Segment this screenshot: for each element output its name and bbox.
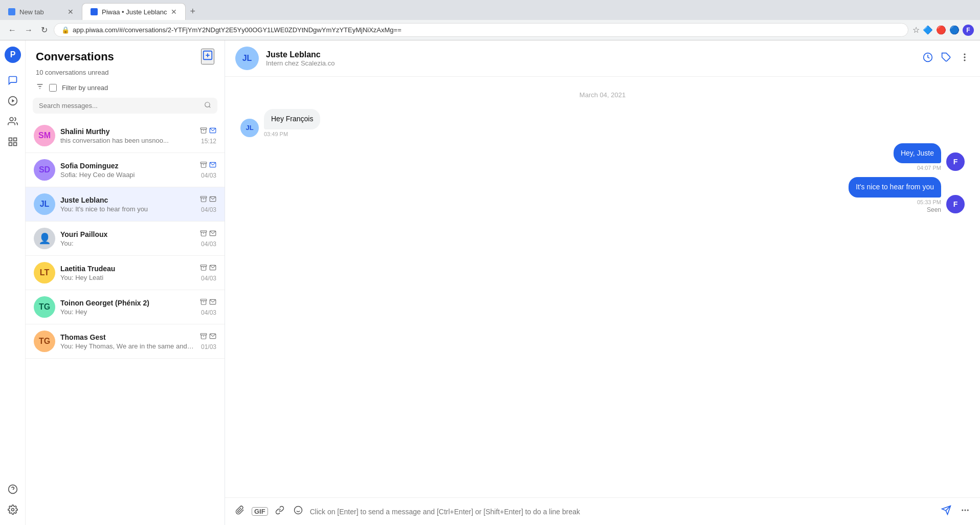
conversation-item-sofia[interactable]: SD Sofia Dominguez Sofia: Hey Ceo de Waa… — [26, 153, 225, 187]
filter-unread-checkbox[interactable] — [49, 84, 57, 92]
message-input[interactable] — [310, 504, 934, 520]
conv-preview: Sofia: Hey Ceo de Waapi — [60, 171, 195, 179]
conv-preview: You: Hey — [60, 308, 195, 316]
msg-bubble-wrap-2: Hey, Juste 04:07 PM — [894, 143, 941, 171]
archive-icon[interactable] — [200, 195, 207, 204]
reload-button[interactable]: ↻ — [39, 23, 50, 37]
conv-preview: You: Hey Thomas, We are in the same and … — [60, 342, 195, 350]
svg-rect-32 — [201, 333, 207, 335]
conv-name: Sofia Dominguez — [60, 162, 195, 170]
nav-icon-users[interactable] — [4, 112, 22, 130]
archive-icon[interactable] — [200, 333, 207, 341]
conversation-item-thomas[interactable]: TG Thomas Gest You: Hey Thomas, We are i… — [26, 324, 225, 359]
lock-icon: 🔒 — [61, 26, 70, 34]
more-icon[interactable] — [960, 52, 970, 65]
url-bar[interactable]: 🔒 app.piwaa.com/#/conversations/2-YTFjYm… — [54, 23, 908, 37]
conv-name: Youri Pailloux — [60, 230, 195, 238]
message-bubble-received: Hey François — [264, 109, 320, 129]
emoji-button[interactable] — [292, 504, 305, 519]
message-bubble-sent-2: It's nice to hear from you — [849, 177, 941, 198]
chat-header-actions — [923, 52, 970, 65]
mail-icon[interactable] — [209, 230, 216, 238]
nav-icon-settings[interactable] — [4, 500, 22, 519]
message-text: Hey, Juste — [901, 149, 934, 157]
tab-piwaa[interactable]: Piwaa • Juste Leblanc ✕ — [82, 3, 186, 20]
tab-favicon — [8, 8, 15, 15]
conv-preview: You: — [60, 239, 195, 247]
tab-close[interactable]: ✕ — [68, 8, 74, 16]
new-tab-button[interactable]: + — [186, 4, 199, 19]
conv-info-laetitia: Laetitia Trudeau You: Hey Leati — [60, 265, 195, 281]
archive-icon[interactable] — [200, 127, 207, 136]
app-logo[interactable]: P — [5, 47, 21, 63]
extension-icon3[interactable]: 🔵 — [949, 25, 960, 35]
conv-meta-toinon: 04/03 — [200, 298, 216, 316]
message-row-sent-2: F It's nice to hear from you 05:33 PM Se… — [240, 177, 965, 213]
archive-icon[interactable] — [200, 230, 207, 238]
conversation-item-toinon[interactable]: TG Toinon Georget (Phénix 2) You: Hey — [26, 290, 225, 324]
filter-label: Filter by unread — [62, 84, 108, 92]
message-text: It's nice to hear from you — [856, 183, 934, 191]
link-button[interactable] — [273, 504, 286, 519]
mail-icon[interactable] — [209, 264, 216, 273]
mail-icon[interactable] — [209, 195, 216, 204]
new-conversation-button[interactable] — [201, 49, 214, 64]
conv-name: Thomas Gest — [60, 333, 195, 341]
tab-new-tab[interactable]: New tab ✕ — [0, 4, 82, 20]
tag-icon[interactable] — [941, 52, 951, 65]
conversation-item-laetitia[interactable]: LT Laetitia Trudeau You: Hey Leati — [26, 256, 225, 290]
svg-rect-8 — [13, 143, 16, 146]
svg-point-39 — [294, 507, 302, 514]
profile-icon[interactable]: F — [963, 25, 974, 36]
mail-icon[interactable] — [209, 127, 216, 136]
message-time: 03:49 PM — [264, 131, 320, 137]
conv-meta-laetitia: 04/03 — [200, 264, 216, 282]
nav-icon-play[interactable] — [4, 92, 22, 110]
mail-icon[interactable] — [209, 298, 216, 307]
conv-time: 04/03 — [201, 172, 216, 179]
message-time: 04:07 PM — [894, 165, 941, 171]
chat-input-actions: GIF — [233, 503, 972, 520]
mail-icon[interactable] — [209, 161, 216, 170]
chat-header: JL Juste Leblanc Intern chez Scalezia.co — [225, 40, 980, 77]
archive-icon[interactable] — [200, 161, 207, 170]
conv-icons — [200, 298, 216, 307]
svg-rect-30 — [201, 299, 207, 300]
browser-chrome: New tab ✕ Piwaa • Juste Leblanc ✕ + ← → … — [0, 0, 980, 40]
filter-icon[interactable] — [36, 82, 44, 93]
search-input[interactable] — [39, 102, 200, 110]
tab-favicon-piwaa — [91, 8, 98, 15]
back-button[interactable]: ← — [6, 24, 18, 37]
send-button[interactable] — [939, 503, 953, 520]
svg-marker-3 — [12, 99, 14, 103]
archive-icon[interactable] — [200, 298, 207, 307]
avatar-juste: JL — [34, 193, 55, 215]
conv-name: Toinon Georget (Phénix 2) — [60, 299, 195, 307]
extension-icon2[interactable]: 🔴 — [936, 25, 946, 35]
svg-point-46 — [962, 510, 963, 511]
attachment-button[interactable] — [233, 504, 247, 519]
clock-icon[interactable] — [923, 52, 933, 65]
more-options-button[interactable] — [959, 504, 972, 519]
conversation-item-youri[interactable]: 👤 Youri Pailloux You: 04/03 — [26, 222, 225, 256]
gif-button[interactable]: GIF — [252, 507, 268, 516]
forward-button[interactable]: → — [23, 24, 35, 37]
archive-icon[interactable] — [200, 264, 207, 273]
left-nav: P — [0, 40, 26, 525]
star-icon[interactable]: ☆ — [912, 25, 920, 35]
conversation-list: SM Shalini Murthy this conversation has … — [26, 119, 225, 525]
address-bar: ← → ↻ 🔒 app.piwaa.com/#/conversations/2-… — [0, 20, 980, 40]
message-time: 05:33 PM — [849, 199, 941, 205]
chat-messages: March 04, 2021 JL Hey François 03:49 PM … — [225, 77, 980, 497]
tab-piwaa-close[interactable]: ✕ — [171, 8, 177, 16]
nav-icon-help[interactable] — [4, 480, 22, 498]
conversation-item-shalini[interactable]: SM Shalini Murthy this conversation has … — [26, 119, 225, 153]
conversation-item-juste[interactable]: JL Juste Leblanc You: It's nice to hear … — [26, 187, 225, 222]
nav-icon-grid[interactable] — [4, 133, 22, 151]
nav-icon-chat[interactable] — [4, 71, 22, 90]
address-actions: ☆ 🔷 🔴 🔵 F — [912, 25, 974, 36]
conv-icons — [200, 127, 216, 136]
mail-icon[interactable] — [209, 333, 216, 341]
extension-icon1[interactable]: 🔷 — [923, 25, 933, 35]
conv-name: Laetitia Trudeau — [60, 265, 195, 273]
